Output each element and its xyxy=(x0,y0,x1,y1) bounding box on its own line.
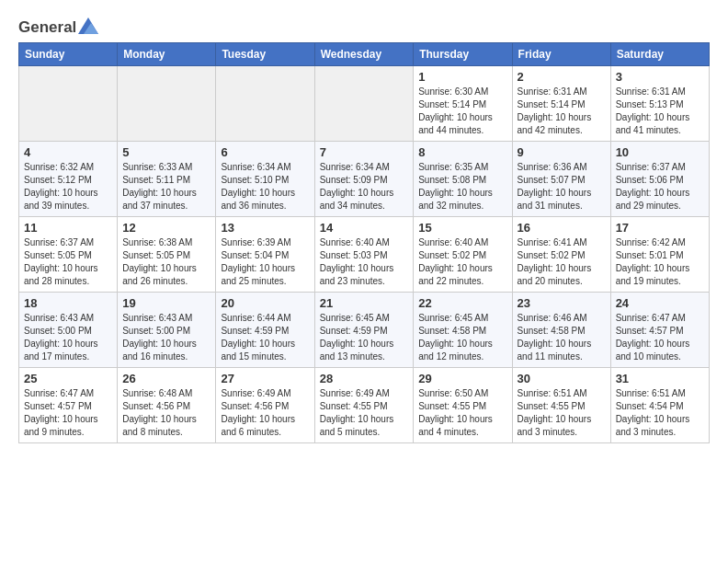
day-info-line: Sunset: 5:14 PM xyxy=(518,98,606,111)
day-info-line: Sunrise: 6:30 AM xyxy=(418,86,506,98)
day-info-line: and 13 minutes. xyxy=(320,350,409,363)
day-info-line: and 16 minutes. xyxy=(122,350,210,363)
calendar-cell: 14Sunrise: 6:40 AMSunset: 5:03 PMDayligh… xyxy=(314,217,414,293)
logo-icon xyxy=(78,17,98,34)
day-info-line: Sunrise: 6:33 AM xyxy=(122,161,210,174)
day-info-line: and 15 minutes. xyxy=(221,350,309,363)
header-sunday: Sunday xyxy=(19,43,118,66)
day-info-line: Sunrise: 6:46 AM xyxy=(518,312,606,325)
day-info-line: Daylight: 10 hours xyxy=(122,413,210,426)
calendar-cell xyxy=(216,66,314,142)
day-info-line: Daylight: 10 hours xyxy=(221,338,309,350)
day-number: 4 xyxy=(24,145,112,159)
day-info-line: and 20 minutes. xyxy=(518,275,606,288)
calendar-cell: 19Sunrise: 6:43 AMSunset: 5:00 PMDayligh… xyxy=(118,293,216,368)
day-info-line: Daylight: 10 hours xyxy=(221,413,309,426)
calendar-cell: 5Sunrise: 6:33 AMSunset: 5:11 PMDaylight… xyxy=(118,142,216,217)
day-info-line: Sunrise: 6:34 AM xyxy=(320,161,409,174)
day-info-line: Daylight: 10 hours xyxy=(24,262,112,275)
day-info-line: Daylight: 10 hours xyxy=(616,262,704,275)
day-info-line: Daylight: 10 hours xyxy=(616,111,704,124)
day-info-line: and 9 minutes. xyxy=(24,426,112,439)
day-info-line: and 17 minutes. xyxy=(24,350,112,363)
day-info-line: Sunset: 5:00 PM xyxy=(122,325,210,338)
day-info-line: Daylight: 10 hours xyxy=(320,338,409,350)
day-info-line: Daylight: 10 hours xyxy=(418,187,506,200)
day-info-line: Sunset: 5:08 PM xyxy=(418,174,506,187)
day-info-line: Sunset: 5:05 PM xyxy=(24,249,112,262)
day-info-line: Daylight: 10 hours xyxy=(122,187,210,200)
day-info-line: Daylight: 10 hours xyxy=(122,338,210,350)
day-info-line: and 6 minutes. xyxy=(221,426,309,439)
day-info-line: Sunset: 5:03 PM xyxy=(320,249,409,262)
day-info-line: Sunset: 5:01 PM xyxy=(616,249,704,262)
day-info-line: and 19 minutes. xyxy=(616,275,704,288)
calendar-cell: 2Sunrise: 6:31 AMSunset: 5:14 PMDaylight… xyxy=(512,66,610,142)
day-info-line: Sunrise: 6:42 AM xyxy=(616,236,704,249)
day-info-line: Sunrise: 6:40 AM xyxy=(418,236,506,249)
calendar-cell xyxy=(314,66,414,142)
day-info-line: and 26 minutes. xyxy=(122,275,210,288)
calendar-cell: 29Sunrise: 6:50 AMSunset: 4:55 PMDayligh… xyxy=(414,368,512,443)
calendar-cell: 16Sunrise: 6:41 AMSunset: 5:02 PMDayligh… xyxy=(512,217,610,293)
day-number: 2 xyxy=(518,70,606,84)
day-info-line: and 11 minutes. xyxy=(518,350,606,363)
day-number: 30 xyxy=(518,372,606,385)
day-number: 5 xyxy=(122,145,210,159)
calendar-cell: 7Sunrise: 6:34 AMSunset: 5:09 PMDaylight… xyxy=(314,142,414,217)
day-info-line: Sunset: 4:55 PM xyxy=(418,400,506,413)
calendar-cell: 23Sunrise: 6:46 AMSunset: 4:58 PMDayligh… xyxy=(512,293,610,368)
calendar-week-row: 18Sunrise: 6:43 AMSunset: 5:00 PMDayligh… xyxy=(19,293,710,368)
calendar-cell xyxy=(118,66,216,142)
day-info-line: Sunrise: 6:37 AM xyxy=(24,236,112,249)
calendar-cell: 25Sunrise: 6:47 AMSunset: 4:57 PMDayligh… xyxy=(19,368,118,443)
day-number: 7 xyxy=(320,145,409,159)
calendar-week-row: 4Sunrise: 6:32 AMSunset: 5:12 PMDaylight… xyxy=(19,142,710,217)
day-info-line: Sunrise: 6:45 AM xyxy=(418,312,506,325)
header-saturday: Saturday xyxy=(610,43,709,66)
day-info-line: Sunrise: 6:32 AM xyxy=(24,161,112,174)
day-info-line: Sunset: 5:04 PM xyxy=(221,249,309,262)
day-info-line: Daylight: 10 hours xyxy=(518,187,606,200)
day-info-line: Daylight: 10 hours xyxy=(320,413,409,426)
day-info-line: Sunrise: 6:35 AM xyxy=(418,161,506,174)
day-info-line: Daylight: 10 hours xyxy=(616,338,704,350)
day-info-line: and 39 minutes. xyxy=(24,200,112,213)
day-info-line: Daylight: 10 hours xyxy=(320,187,409,200)
day-info-line: Sunset: 5:09 PM xyxy=(320,174,409,187)
day-info-line: Sunrise: 6:48 AM xyxy=(122,387,210,400)
header-wednesday: Wednesday xyxy=(314,43,414,66)
day-number: 16 xyxy=(518,221,606,235)
day-info-line: Sunrise: 6:39 AM xyxy=(221,236,309,249)
day-info-line: Daylight: 10 hours xyxy=(221,262,309,275)
day-info-line: Daylight: 10 hours xyxy=(518,111,606,124)
day-info-line: Daylight: 10 hours xyxy=(24,413,112,426)
day-info-line: Sunrise: 6:45 AM xyxy=(320,312,409,325)
page-header: General xyxy=(18,18,710,33)
day-info-line: Sunrise: 6:50 AM xyxy=(418,387,506,400)
day-info-line: and 32 minutes. xyxy=(418,200,506,213)
day-info-line: Sunset: 4:58 PM xyxy=(518,325,606,338)
day-info-line: Sunset: 5:05 PM xyxy=(122,249,210,262)
day-number: 22 xyxy=(418,296,506,310)
calendar-cell: 4Sunrise: 6:32 AMSunset: 5:12 PMDaylight… xyxy=(19,142,118,217)
day-info-line: Sunset: 5:06 PM xyxy=(616,174,704,187)
calendar-cell: 22Sunrise: 6:45 AMSunset: 4:58 PMDayligh… xyxy=(414,293,512,368)
day-info-line: Sunrise: 6:44 AM xyxy=(221,312,309,325)
day-info-line: Sunrise: 6:51 AM xyxy=(518,387,606,400)
day-info-line: Daylight: 10 hours xyxy=(418,338,506,350)
day-number: 23 xyxy=(518,296,606,310)
day-info-line: Sunrise: 6:49 AM xyxy=(221,387,309,400)
logo: General xyxy=(18,18,98,33)
day-info-line: Daylight: 10 hours xyxy=(518,413,606,426)
day-info-line: Sunrise: 6:51 AM xyxy=(616,387,704,400)
day-info-line: Daylight: 10 hours xyxy=(418,262,506,275)
day-info-line: Sunset: 5:11 PM xyxy=(122,174,210,187)
day-info-line: and 42 minutes. xyxy=(518,124,606,137)
day-info-line: Sunset: 5:00 PM xyxy=(24,325,112,338)
day-info-line: Daylight: 10 hours xyxy=(24,187,112,200)
day-number: 15 xyxy=(418,221,506,235)
day-info-line: and 8 minutes. xyxy=(122,426,210,439)
day-number: 19 xyxy=(122,296,210,310)
calendar-cell: 8Sunrise: 6:35 AMSunset: 5:08 PMDaylight… xyxy=(414,142,512,217)
